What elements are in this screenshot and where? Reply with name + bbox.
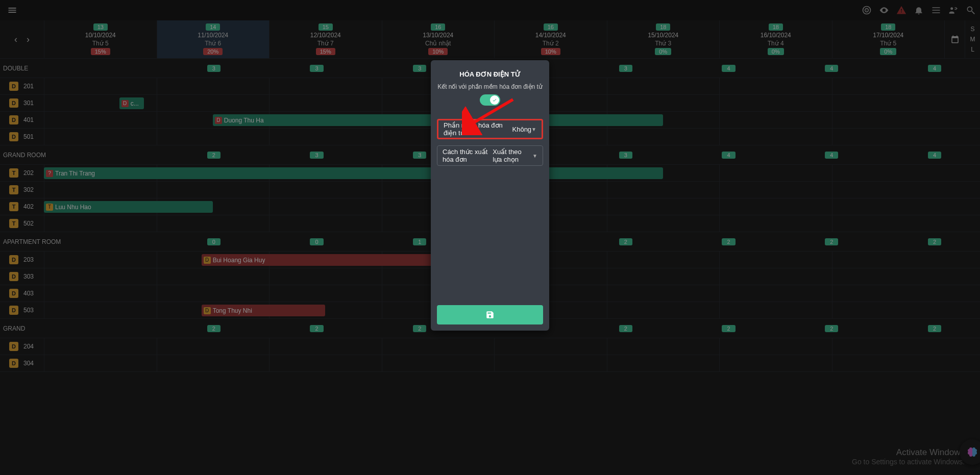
save-icon [485, 310, 495, 319]
software-select-value: Không [512, 126, 532, 133]
modal-subtitle: Kết nối với phần mềm hóa đơn điện tử [437, 83, 543, 90]
software-select-label: Phần mềm hóa đơn điện tử [444, 121, 512, 137]
software-select[interactable]: Phần mềm hóa đơn điện tử Không ▼ [437, 119, 543, 139]
modal-title: HÓA ĐƠN ĐIỆN TỬ [437, 66, 543, 80]
chevron-down-icon: ▼ [532, 153, 537, 159]
save-button[interactable] [437, 305, 543, 324]
check-icon [492, 97, 497, 103]
export-method-label: Cách thức xuất hóa đơn [443, 148, 493, 163]
chevron-down-icon: ▼ [531, 127, 536, 132]
e-invoice-modal: HÓA ĐƠN ĐIỆN TỬ Kết nối với phần mềm hóa… [431, 60, 549, 331]
connect-toggle[interactable] [480, 94, 500, 106]
export-method-value: Xuất theo lựa chọn [493, 148, 532, 163]
export-method-select[interactable]: Cách thức xuất hóa đơn Xuất theo lựa chọ… [437, 145, 543, 166]
